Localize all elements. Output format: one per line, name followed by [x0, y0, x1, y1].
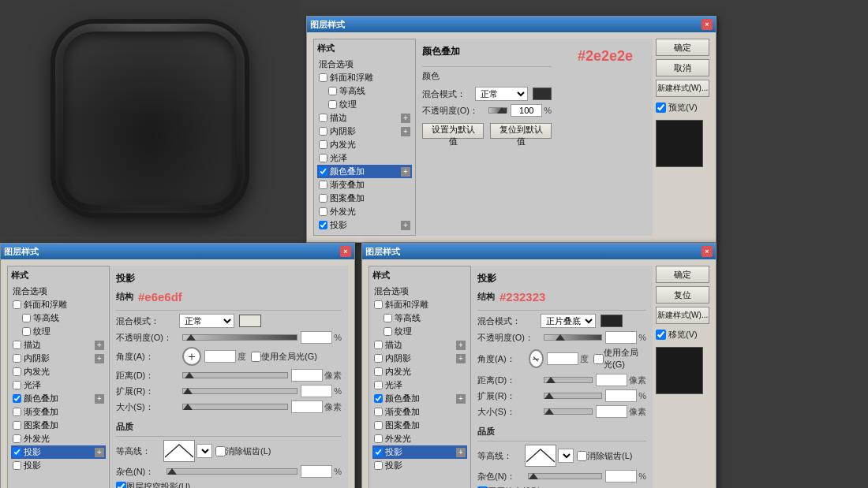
- opacity-input-br[interactable]: 20: [605, 331, 637, 344]
- gradient-overlay-br[interactable]: 渐变叠加: [372, 405, 467, 419]
- color-overlay-bl[interactable]: 颜色叠加 +: [11, 392, 106, 405]
- shadow-swatch-br[interactable]: [600, 315, 623, 327]
- blend-mode-select-br[interactable]: 正片叠底: [541, 314, 596, 328]
- distance-input-bl[interactable]: 1: [291, 369, 323, 382]
- stroke-bl[interactable]: 描边 +: [11, 338, 106, 352]
- size-slider-bl[interactable]: [182, 404, 288, 410]
- anti-alias-cb-br[interactable]: [577, 451, 587, 461]
- satin-br[interactable]: 光泽: [372, 378, 467, 392]
- size-input-bl[interactable]: 0: [291, 400, 323, 413]
- spread-input-bl[interactable]: 0: [301, 385, 332, 397]
- angle-dial-bl[interactable]: [182, 347, 201, 366]
- titlebar-br[interactable]: 图层样式 ×: [362, 244, 716, 259]
- global-light-cb-bl[interactable]: [251, 352, 261, 362]
- texture-bl[interactable]: 纹理: [11, 325, 106, 338]
- close-btn-top[interactable]: ×: [702, 19, 713, 30]
- opacity-input[interactable]: 100: [511, 104, 542, 117]
- close-btn-bl[interactable]: ×: [340, 246, 351, 257]
- angle-input-bl[interactable]: 90: [204, 350, 236, 363]
- inner-shadow-bl[interactable]: 内阴影 +: [11, 352, 106, 365]
- drop-shadow-bl[interactable]: 投影 +: [11, 445, 106, 459]
- inner-shadow-br[interactable]: 内阴影 +: [372, 352, 467, 365]
- blend-options-bl[interactable]: 混合选项: [11, 285, 106, 298]
- spread-input-br[interactable]: 0: [605, 389, 637, 402]
- contour-preview-br[interactable]: [525, 445, 556, 467]
- blend-mode-select-bl[interactable]: 正常: [179, 314, 234, 328]
- reset-btn-br[interactable]: 复位: [656, 286, 709, 304]
- opacity-slider-bl[interactable]: [182, 334, 297, 341]
- pattern-overlay-br[interactable]: 图案叠加: [372, 419, 467, 432]
- distance-input-br[interactable]: 1: [596, 374, 627, 386]
- titlebar-top[interactable]: 图层样式 ×: [307, 17, 716, 32]
- angle-input-br[interactable]: -45: [547, 352, 578, 365]
- reset-default-btn-top[interactable]: 复位到默认值: [490, 123, 552, 139]
- blend-mode-select[interactable]: 正常: [475, 87, 529, 101]
- satin-top[interactable]: 光泽: [317, 151, 412, 165]
- gradient-overlay-top[interactable]: 渐变叠加: [317, 178, 412, 192]
- knockout-cb-bl[interactable]: [116, 482, 126, 488]
- color-overlay-plus[interactable]: +: [401, 167, 410, 177]
- inner-shadow-plus[interactable]: +: [401, 127, 410, 136]
- inner-glow-top[interactable]: 内发光: [317, 138, 412, 151]
- angle-dial-br[interactable]: [529, 349, 544, 368]
- color-overlay-top[interactable]: 颜色叠加 +: [317, 165, 412, 178]
- texture-top[interactable]: 纹理: [317, 98, 412, 111]
- pattern-overlay-top[interactable]: 图案叠加: [317, 192, 412, 205]
- drop-shadow-br[interactable]: 投影 +: [372, 445, 467, 459]
- gradient-overlay-bl[interactable]: 渐变叠加: [11, 405, 106, 419]
- blend-options-top[interactable]: 混合选项: [317, 58, 412, 71]
- color-overlay-br[interactable]: 颜色叠加 +: [372, 392, 467, 405]
- contour-preview-bl[interactable]: [163, 440, 195, 462]
- noise-slider-br[interactable]: [528, 473, 602, 479]
- inner-glow-bl[interactable]: 内发光: [11, 365, 106, 378]
- drop-shadow-br2[interactable]: 投影: [372, 459, 467, 472]
- spread-slider-br[interactable]: [544, 393, 602, 399]
- stroke-plus[interactable]: +: [401, 114, 410, 123]
- close-btn-br[interactable]: ×: [702, 246, 713, 257]
- pattern-overlay-bl[interactable]: 图案叠加: [11, 419, 106, 432]
- opacity-input-bl[interactable]: 6: [301, 331, 332, 344]
- outer-glow-top[interactable]: 外发光: [317, 205, 412, 218]
- bevel-emboss-bl[interactable]: 斜面和浮雕: [11, 298, 106, 311]
- satin-bl[interactable]: 光泽: [11, 378, 106, 392]
- drop-shadow-top[interactable]: 投影 +: [317, 218, 412, 232]
- size-slider-br[interactable]: [544, 408, 593, 415]
- outer-glow-bl[interactable]: 外发光: [11, 432, 106, 445]
- set-default-btn-top[interactable]: 设置为默认值: [422, 123, 484, 139]
- preview-checkbox-top[interactable]: [656, 102, 666, 113]
- bevel-emboss-top[interactable]: 斜面和浮雕: [317, 71, 412, 84]
- contour-br[interactable]: 等高线: [372, 311, 467, 325]
- drop-shadow-plus[interactable]: +: [401, 221, 410, 230]
- preview-checkbox-br[interactable]: [656, 330, 666, 340]
- contour-top[interactable]: 等高线: [317, 84, 412, 98]
- distance-slider-br[interactable]: [544, 377, 593, 383]
- inner-glow-br[interactable]: 内发光: [372, 365, 467, 378]
- distance-slider-bl[interactable]: [182, 372, 288, 378]
- shadow-swatch-bl[interactable]: [239, 315, 261, 327]
- anti-alias-cb-bl[interactable]: [215, 446, 226, 456]
- blend-options-br[interactable]: 混合选项: [372, 285, 467, 298]
- contour-select-br[interactable]: [558, 449, 574, 463]
- bevel-emboss-br[interactable]: 斜面和浮雕: [372, 298, 467, 311]
- outer-glow-br[interactable]: 外发光: [372, 432, 467, 445]
- new-style-btn-br[interactable]: 新建样式(W)...: [656, 307, 709, 324]
- contour-select-bl[interactable]: [196, 444, 212, 458]
- blend-color-swatch[interactable]: [533, 88, 552, 100]
- stroke-top[interactable]: 描边 +: [317, 111, 412, 125]
- new-style-btn-top[interactable]: 新建样式(W)...: [656, 80, 709, 97]
- contour-bl[interactable]: 等高线: [11, 311, 106, 325]
- stroke-br[interactable]: 描边 +: [372, 338, 467, 352]
- ok-btn-br[interactable]: 确定: [656, 266, 709, 283]
- titlebar-bl[interactable]: 图层样式 ×: [1, 244, 354, 259]
- texture-br[interactable]: 纹理: [372, 325, 467, 338]
- ok-btn-top[interactable]: 确定: [656, 39, 709, 56]
- noise-input-bl[interactable]: 0: [301, 465, 332, 478]
- cancel-btn-top[interactable]: 取消: [656, 59, 709, 76]
- opacity-slider-br[interactable]: [544, 334, 602, 341]
- global-light-cb-br[interactable]: [593, 354, 604, 364]
- size-input-br[interactable]: 0: [596, 405, 627, 418]
- noise-input-br[interactable]: 0: [605, 470, 637, 482]
- inner-shadow-top[interactable]: 内阴影 +: [317, 125, 412, 138]
- opacity-slider[interactable]: [488, 107, 507, 114]
- spread-slider-bl[interactable]: [182, 388, 297, 394]
